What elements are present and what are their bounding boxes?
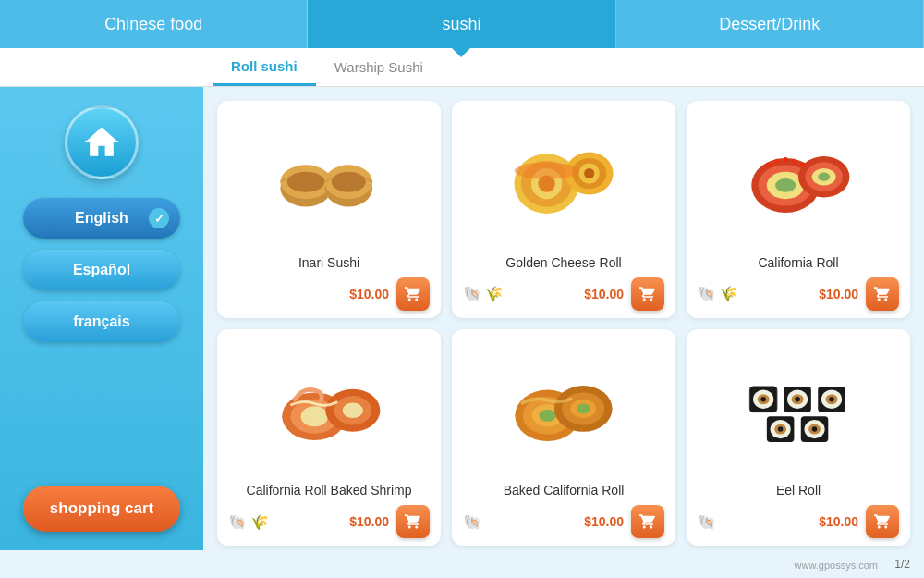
product-footer-golden-cheese: 🐚 🌾 $10.00 xyxy=(463,277,664,311)
tab-chinese-food[interactable]: Chinese food xyxy=(0,0,308,48)
svg-point-26 xyxy=(792,159,797,165)
language-button-english[interactable]: English ✓ xyxy=(23,198,180,239)
product-name-inari: Inari Sushi xyxy=(228,255,430,270)
sub-tab-warship-sushi[interactable]: Warship Sushi xyxy=(316,48,442,86)
baked-california-roll-image xyxy=(508,366,619,449)
eel-roll-image xyxy=(743,366,854,449)
svg-point-27 xyxy=(800,163,806,168)
product-footer-california: 🐚 🌾 $10.00 xyxy=(698,277,899,311)
product-grid: Inari Sushi $10.00 xyxy=(203,87,924,550)
product-footer-baked-california: 🐚 $10.00 xyxy=(463,505,664,538)
svg-point-33 xyxy=(343,402,363,418)
product-footer-california-shrimp: 🐚 🌾 $10.00 xyxy=(228,505,430,538)
allergen-grain-icon: 🌾 xyxy=(485,285,504,302)
add-to-cart-eel-roll[interactable] xyxy=(866,505,899,538)
tab-sushi[interactable]: sushi xyxy=(308,0,615,48)
product-price-inari: $10.00 xyxy=(349,287,389,301)
svg-point-2 xyxy=(287,172,325,192)
svg-point-50 xyxy=(795,397,800,402)
allergen-shellfish-icon: 🐚 xyxy=(463,285,481,302)
product-card-inari: Inari Sushi $10.00 xyxy=(217,101,441,318)
bottom-bar: www.gpossys.com 1/2 xyxy=(0,550,924,578)
shopping-cart-button[interactable]: shopping cart xyxy=(23,486,180,532)
product-card-golden-cheese: Golden Cheese Roll 🐚 🌾 $10.00 xyxy=(452,101,675,318)
product-footer-inari: $10.00 xyxy=(228,277,430,311)
allergen-shellfish-icon: 🐚 xyxy=(228,513,247,531)
product-name-california-shrimp: California Roll Baked Shrimp xyxy=(228,483,430,498)
product-price-baked-california: $10.00 xyxy=(584,514,624,529)
svg-point-58 xyxy=(778,426,784,432)
page-indicator: 1/2 xyxy=(894,558,910,571)
allergen-shellfish-icon: 🐚 xyxy=(463,513,481,531)
product-card-california: California Roll 🐚 🌾 $10.00 xyxy=(687,101,910,318)
product-name-baked-california: Baked California Roll xyxy=(463,483,664,498)
inari-sushi-image xyxy=(274,138,384,221)
top-navigation: Chinese food sushi Dessert/Drink xyxy=(0,0,924,48)
cart-icon xyxy=(874,513,891,530)
allergen-grain-icon: 🌾 xyxy=(250,513,269,531)
product-price-golden-cheese: $10.00 xyxy=(584,287,624,301)
svg-point-13 xyxy=(584,168,594,178)
product-image-california-shrimp xyxy=(228,338,430,478)
sidebar: English ✓ Español français shopping cart xyxy=(0,87,203,550)
language-button-espanol[interactable]: Español xyxy=(23,250,180,290)
product-icons-baked-california: 🐚 xyxy=(463,513,481,531)
product-price-eel-roll: $10.00 xyxy=(819,514,858,529)
cart-icon xyxy=(639,286,656,302)
cart-icon xyxy=(405,513,421,530)
language-button-francais[interactable]: français xyxy=(23,301,180,342)
svg-point-46 xyxy=(760,397,766,402)
main-content: English ✓ Español français shopping cart xyxy=(0,87,924,550)
svg-point-24 xyxy=(774,159,780,165)
svg-point-22 xyxy=(818,173,830,181)
tab-dessert-drink[interactable]: Dessert/Drink xyxy=(616,0,924,48)
product-image-california xyxy=(698,110,899,250)
svg-point-14 xyxy=(514,163,578,179)
california-roll-image xyxy=(743,138,854,221)
allergen-shellfish-icon: 🐚 xyxy=(698,285,716,302)
product-name-eel-roll: Eel Roll xyxy=(698,483,899,498)
product-card-eel-roll: Eel Roll 🐚 $10.00 xyxy=(687,329,910,547)
svg-point-54 xyxy=(829,397,834,402)
cart-icon xyxy=(405,286,421,302)
add-to-cart-california-shrimp[interactable] xyxy=(396,505,430,538)
cart-icon xyxy=(639,513,656,530)
product-icons-california-shrimp: 🐚 🌾 xyxy=(228,513,269,531)
home-icon xyxy=(81,122,122,163)
svg-point-30 xyxy=(301,406,329,426)
watermark: www.gpossys.com xyxy=(795,560,878,571)
product-image-inari xyxy=(228,110,430,250)
product-name-golden-cheese: Golden Cheese Roll xyxy=(463,255,664,270)
allergen-grain-icon: 🌾 xyxy=(720,285,738,302)
svg-point-23 xyxy=(766,163,772,168)
add-to-cart-baked-california[interactable] xyxy=(631,505,664,538)
product-icons-eel-roll: 🐚 xyxy=(698,513,716,531)
product-image-eel-roll xyxy=(698,338,899,478)
home-button[interactable] xyxy=(65,105,139,179)
svg-point-25 xyxy=(783,157,788,163)
product-card-california-shrimp: California Roll Baked Shrimp 🐚 🌾 $10.00 xyxy=(217,329,441,547)
svg-point-18 xyxy=(775,178,796,192)
product-price-california: $10.00 xyxy=(819,287,858,301)
product-icons-california: 🐚 🌾 xyxy=(698,285,738,302)
svg-point-41 xyxy=(577,403,590,413)
golden-cheese-roll-image xyxy=(508,138,619,221)
check-icon: ✓ xyxy=(149,208,169,228)
cart-icon xyxy=(874,286,891,302)
add-to-cart-golden-cheese[interactable] xyxy=(631,277,664,311)
product-card-baked-california: Baked California Roll 🐚 $10.00 xyxy=(452,329,675,547)
product-price-california-shrimp: $10.00 xyxy=(349,514,389,529)
product-name-california: California Roll xyxy=(698,255,899,270)
product-icons-golden-cheese: 🐚 🌾 xyxy=(463,285,504,302)
svg-point-37 xyxy=(539,410,555,422)
product-image-golden-cheese xyxy=(463,110,664,250)
california-baked-shrimp-image xyxy=(274,366,384,449)
allergen-shellfish-icon: 🐚 xyxy=(698,513,716,531)
product-footer-eel-roll: 🐚 $10.00 xyxy=(698,505,899,538)
svg-point-62 xyxy=(812,426,818,432)
add-to-cart-california[interactable] xyxy=(866,277,899,311)
sub-tab-roll-sushi[interactable]: Roll sushi xyxy=(213,48,316,86)
add-to-cart-inari[interactable] xyxy=(396,277,430,311)
product-image-baked-california xyxy=(463,338,664,478)
svg-point-5 xyxy=(332,172,366,192)
